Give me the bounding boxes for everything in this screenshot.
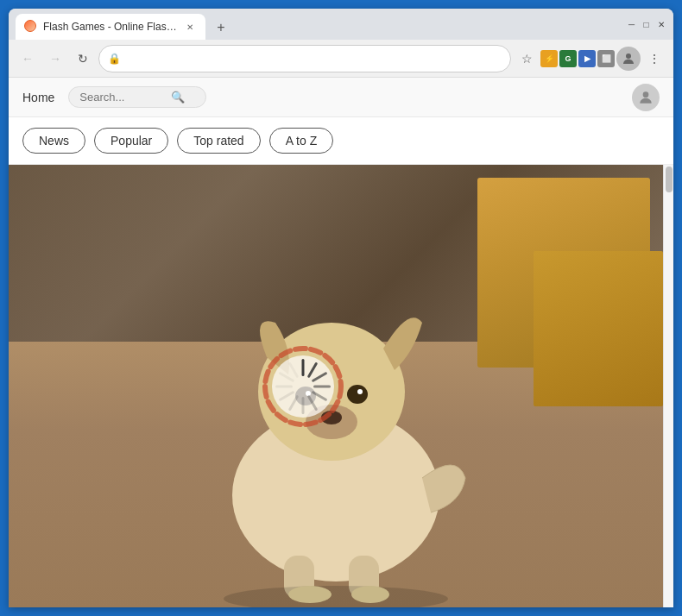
lock-icon: 🔒 xyxy=(108,53,121,65)
tab-title: Flash Games - Online Flash Gam... xyxy=(43,21,178,33)
tab-bar: Flash Games - Online Flash Gam... ✕ + xyxy=(16,9,622,40)
nav-pill-top-rated[interactable]: Top rated xyxy=(177,128,260,154)
nav-pill-a-to-z[interactable]: A to Z xyxy=(269,128,334,154)
search-input[interactable] xyxy=(79,91,166,104)
forward-button[interactable]: → xyxy=(43,47,67,71)
ext-icon-1[interactable]: ⚡ xyxy=(540,50,558,67)
maximize-button[interactable]: □ xyxy=(641,19,652,30)
user-avatar[interactable] xyxy=(632,84,660,111)
browser-window: Flash Games - Online Flash Gam... ✕ + ─ … xyxy=(9,9,673,607)
back-button[interactable]: ← xyxy=(16,47,40,71)
nav-pill-news[interactable]: News xyxy=(22,128,85,154)
navigation-bar: ← → ↻ 🔒 ☆ ⚡ G ▶ ⬜ xyxy=(9,40,673,78)
tab-close-button[interactable]: ✕ xyxy=(183,20,197,34)
nav-actions: ☆ ⚡ G ▶ ⬜ xyxy=(515,47,666,71)
address-bar[interactable]: 🔒 xyxy=(98,45,511,72)
scrollbar-thumb[interactable] xyxy=(666,167,673,192)
svg-rect-20 xyxy=(313,385,331,387)
title-bar: Flash Games - Online Flash Gam... ✕ + ─ … xyxy=(9,9,673,40)
dog-scene xyxy=(9,165,663,607)
content-area: Home 🔍 News Popular Top rated A to Z xyxy=(9,78,673,607)
new-tab-button[interactable]: + xyxy=(209,16,233,40)
ext-icon-3[interactable]: ▶ xyxy=(578,50,596,67)
minimize-button[interactable]: ─ xyxy=(626,19,637,30)
loading-spinner xyxy=(260,343,346,430)
search-icon: 🔍 xyxy=(171,91,185,104)
close-button[interactable]: ✕ xyxy=(655,19,666,30)
category-nav: News Popular Top rated A to Z xyxy=(9,117,673,165)
window-controls: ─ □ ✕ xyxy=(626,19,666,30)
reload-button[interactable]: ↻ xyxy=(71,47,95,71)
svg-point-9 xyxy=(357,389,363,394)
svg-point-0 xyxy=(626,53,631,59)
svg-rect-26 xyxy=(275,385,293,387)
svg-point-13 xyxy=(288,586,332,603)
active-tab[interactable]: Flash Games - Online Flash Gam... ✕ xyxy=(16,14,205,40)
main-content xyxy=(9,165,673,607)
ext-icon-2[interactable]: G xyxy=(559,50,577,67)
bookmark-button[interactable]: ☆ xyxy=(515,47,539,71)
profile-button[interactable] xyxy=(616,47,641,71)
svg-rect-23 xyxy=(302,397,305,414)
svg-point-1 xyxy=(643,91,649,97)
tab-favicon xyxy=(24,20,38,34)
site-header: Home 🔍 xyxy=(9,78,673,117)
svg-point-12 xyxy=(224,586,448,607)
vertical-scrollbar[interactable] xyxy=(663,165,673,607)
nav-pill-popular[interactable]: Popular xyxy=(94,128,168,154)
home-link[interactable]: Home xyxy=(22,91,54,104)
svg-point-14 xyxy=(351,586,389,603)
extension-icons: ⚡ G ▶ ⬜ xyxy=(540,50,615,67)
svg-point-7 xyxy=(347,385,368,404)
ext-icon-4[interactable]: ⬜ xyxy=(597,50,615,67)
more-button[interactable]: ⋮ xyxy=(642,47,666,71)
featured-image xyxy=(9,165,663,607)
search-box[interactable]: 🔍 xyxy=(68,86,206,108)
svg-rect-17 xyxy=(302,359,305,376)
